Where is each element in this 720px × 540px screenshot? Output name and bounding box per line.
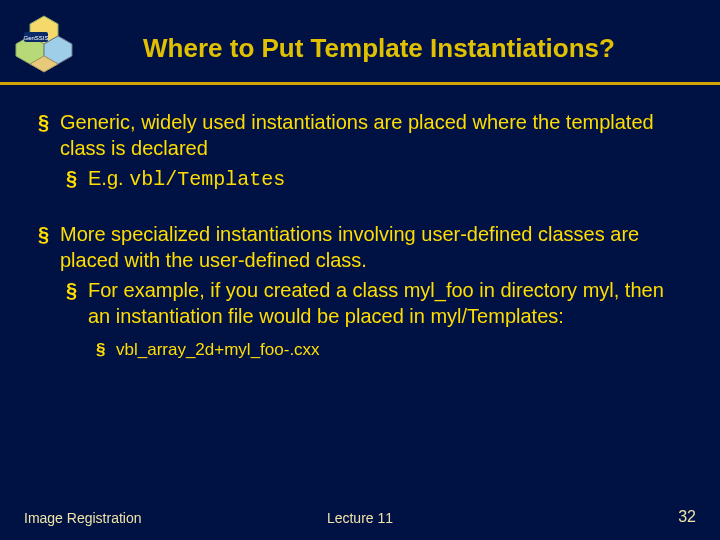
logo-text: GenSSIS [23, 35, 48, 41]
bullet-level-1: More specialized instantiations involvin… [60, 221, 684, 361]
slide-number: 32 [472, 508, 696, 526]
bullet-text: Generic, widely used instantiations are … [60, 111, 654, 159]
bullet-level-3: vbl_array_2d+myl_foo-.cxx [116, 339, 684, 361]
bullet-level-2: E.g. vbl/Templates [88, 165, 684, 193]
footer-left: Image Registration [24, 510, 248, 526]
bullet-eg-prefix: E.g. [88, 167, 129, 189]
bullet-level-1: Generic, widely used instantiations are … [60, 109, 684, 193]
code-path: vbl/Templates [129, 168, 285, 191]
bullet-sub-text: For example, if you created a class myl_… [88, 279, 664, 327]
logo-badge: GenSSIS [10, 10, 78, 78]
bullet-level-2: For example, if you created a class myl_… [88, 277, 684, 329]
slide-footer: Image Registration Lecture 11 32 [0, 508, 720, 526]
footer-center: Lecture 11 [248, 510, 472, 526]
slide-title: Where to Put Template Instantiations? [78, 25, 700, 64]
slide-header: GenSSIS Where to Put Template Instantiat… [0, 0, 720, 78]
slide-content: Generic, widely used instantiations are … [0, 85, 720, 361]
bullet-text: More specialized instantiations involvin… [60, 223, 639, 271]
code-filename: vbl_array_2d+myl_foo-.cxx [116, 340, 320, 359]
